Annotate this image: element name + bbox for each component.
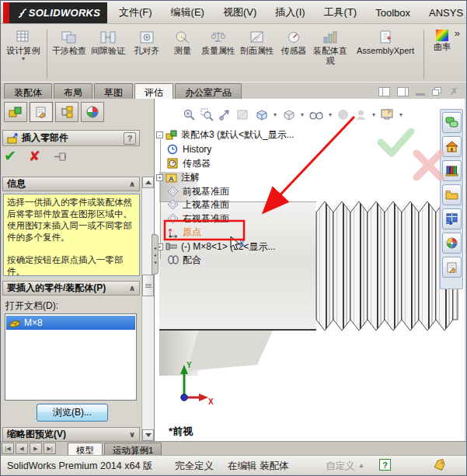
displaymanager-tab[interactable]: [81, 102, 104, 122]
parts-section-header[interactable]: 要插入的零件/装配体(P) ∧: [2, 281, 140, 296]
ok-button[interactable]: ✔: [4, 149, 16, 164]
last-tab-button[interactable]: ▶|: [44, 443, 56, 454]
previous-view-icon[interactable]: [218, 108, 232, 121]
section-view-icon[interactable]: [236, 108, 249, 121]
cancel-button[interactable]: ✘: [29, 149, 40, 164]
tree-item-assembly-root[interactable]: - 装配体3 (默认<默认_显示...: [155, 128, 294, 142]
hole-alignment-button[interactable]: 孔对齐: [127, 26, 166, 82]
close-icon[interactable]: ✗: [450, 87, 458, 96]
curvature-button[interactable]: 曲率: [427, 26, 458, 82]
featuremanager-tab[interactable]: [4, 102, 27, 122]
interference-check-button[interactable]: 干涉检查: [50, 26, 89, 82]
section-properties-icon: [249, 30, 266, 45]
faded-cancel-x-icon[interactable]: [416, 153, 441, 177]
panel-splitter-handle[interactable]: ◂◂◂: [152, 234, 159, 275]
file-explorer-icon[interactable]: [442, 184, 462, 205]
hole-alignment-icon: [138, 30, 155, 45]
toolbar-overflow-button[interactable]: »: [455, 27, 460, 39]
browse-button[interactable]: 浏览(B)...: [37, 404, 108, 422]
section-properties-label: 剖面属性: [240, 46, 274, 56]
measure-button[interactable]: 测量: [166, 26, 199, 82]
logo-text: SOLIDWORKS: [29, 7, 101, 19]
listbox-selected-item[interactable]: M×8: [6, 316, 135, 330]
home-icon[interactable]: [442, 136, 462, 157]
display-style-icon[interactable]: [281, 108, 296, 121]
chevron-down-icon[interactable]: ▾: [329, 112, 332, 118]
tree-item-front-plane[interactable]: 前视基准面: [165, 184, 229, 198]
edit-appearance-icon[interactable]: [336, 108, 350, 121]
assembly-visualization-button[interactable]: 装配体直观: [311, 26, 350, 82]
configurationmanager-tab[interactable]: [55, 102, 78, 122]
apply-scene-icon[interactable]: [354, 108, 368, 121]
solidworks-resources-icon[interactable]: [442, 112, 462, 133]
appearances-icon[interactable]: [442, 233, 462, 254]
pin-button[interactable]: [53, 151, 68, 163]
tree-item-mates[interactable]: 配合: [165, 253, 201, 267]
split-left-icon[interactable]: [378, 87, 390, 96]
quick-tips-button[interactable]: ?: [379, 459, 391, 471]
tree-item-top-plane[interactable]: 上视基准面: [165, 198, 229, 212]
chevron-down-icon[interactable]: ▾: [274, 112, 277, 118]
tab-office-products[interactable]: 办公室产品: [175, 83, 242, 99]
design-study-button[interactable]: 设计算例 ▾: [2, 26, 44, 82]
assemblyxpert-button[interactable]: AssemblyXpert: [350, 26, 421, 82]
custom-properties-icon[interactable]: [442, 257, 462, 278]
clearance-verify-button[interactable]: 间隙验证: [89, 26, 127, 82]
tree-item-part-m8[interactable]: + (-) M×8<1> (12<显示...: [155, 240, 275, 254]
expand-expander-icon[interactable]: +: [156, 174, 163, 181]
tag-icon[interactable]: [433, 459, 447, 471]
design-library-icon[interactable]: [442, 160, 462, 181]
design-study-icon: [15, 30, 32, 45]
menu-ansys[interactable]: ANSYS 13.0: [429, 7, 467, 19]
restore-icon[interactable]: [432, 87, 443, 96]
chevron-down-icon[interactable]: ▾: [399, 112, 403, 118]
tree-item-history[interactable]: History: [165, 142, 211, 156]
info-section-header[interactable]: 信息 ∧: [2, 177, 140, 191]
tree-item-sensors[interactable]: 传感器: [165, 156, 211, 170]
tab-motion-study-1[interactable]: 运动算例1: [104, 443, 162, 455]
collapse-expander-icon[interactable]: -: [156, 131, 163, 138]
tab-model[interactable]: 模型: [68, 443, 103, 455]
thumbnail-section-header[interactable]: 缩略图预览(V) ∨: [2, 427, 140, 442]
menu-insert[interactable]: 插入(I): [275, 5, 305, 19]
assembly-icon: [166, 129, 178, 140]
section-properties-button[interactable]: 剖面属性: [238, 26, 277, 82]
view-settings-icon[interactable]: [380, 108, 395, 121]
open-documents-listbox[interactable]: M×8: [5, 313, 137, 401]
chevron-down-icon[interactable]: ▾: [372, 112, 375, 118]
first-tab-button[interactable]: |◀: [2, 443, 14, 454]
tab-layout[interactable]: 布局: [54, 83, 92, 99]
chevron-down-icon[interactable]: ▾: [301, 112, 304, 118]
tree-item-right-plane[interactable]: 右视基准面: [165, 212, 229, 226]
tree-item-annotations[interactable]: + A 注解: [155, 170, 200, 184]
hide-show-items-icon[interactable]: [308, 109, 324, 121]
zoom-area-icon[interactable]: [200, 108, 214, 121]
scroll-up-button[interactable]: [142, 177, 154, 188]
tree-item-origin[interactable]: 原点: [165, 225, 201, 239]
faded-ok-check-icon[interactable]: [381, 131, 411, 153]
view-orientation-icon[interactable]: [254, 108, 269, 121]
scroll-down-button[interactable]: [142, 429, 154, 441]
zoom-fit-icon[interactable]: [183, 108, 196, 121]
menu-file[interactable]: 文件(F): [119, 5, 152, 19]
scrollbar-thumb[interactable]: [142, 275, 154, 296]
menu-view[interactable]: 视图(V): [223, 5, 256, 19]
minimize-icon[interactable]: [416, 88, 425, 96]
sensors-button[interactable]: 传感器: [277, 26, 311, 82]
mass-properties-button[interactable]: 质量属性: [199, 26, 238, 82]
menu-tools[interactable]: 工具(T): [324, 5, 357, 19]
tab-evaluate[interactable]: 评估: [134, 83, 173, 99]
propertymanager-tab[interactable]: [30, 102, 53, 122]
menu-toolbox[interactable]: Toolbox: [375, 7, 410, 19]
prev-tab-button[interactable]: ◀: [16, 443, 28, 454]
menu-edit[interactable]: 编辑(E): [171, 5, 204, 19]
tab-sketch[interactable]: 草图: [94, 83, 133, 99]
split-right-icon[interactable]: [397, 87, 409, 96]
help-button[interactable]: ?: [124, 132, 136, 145]
tab-assembly[interactable]: 装配体: [4, 83, 52, 99]
view-palette-icon[interactable]: [442, 208, 462, 229]
next-tab-button[interactable]: ▶: [30, 443, 42, 454]
chevron-up-icon[interactable]: ▲: [358, 462, 364, 469]
graphics-area[interactable]: ▾ ▾ ▾ ▾ ▾ - 装配体3 (默认<默认_显示... History 传感…: [155, 99, 465, 441]
panel-scrollbar[interactable]: [141, 177, 154, 441]
